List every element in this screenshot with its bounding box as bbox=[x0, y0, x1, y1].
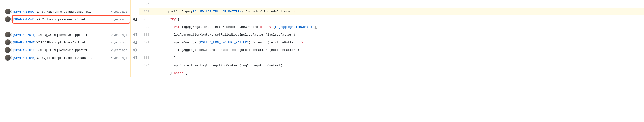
line-number[interactable]: 299 bbox=[140, 23, 153, 31]
svg-rect-9 bbox=[135, 49, 136, 51]
commit-title: [BUILD][CORE] Remove support for … bbox=[36, 33, 91, 37]
code-line: 302 logAggregationContext.setRolledLogsE… bbox=[140, 46, 644, 54]
commit-message[interactable]: [SPARK-19545][YARN] Fix compile issue fo… bbox=[13, 56, 108, 60]
code-token: appContext.setLogAggregationContext(logA… bbox=[155, 64, 282, 67]
code-token: ROLLED_LOG_INCLUDE_PATTERN bbox=[192, 10, 241, 14]
issue-link[interactable]: [SPARK-15990] bbox=[13, 10, 36, 14]
svg-rect-0 bbox=[135, 18, 136, 21]
line-number[interactable]: 296 bbox=[140, 0, 153, 8]
code-text: sparkConf.get(ROLLED_LOG_EXCLUDE_PATTERN… bbox=[153, 41, 303, 44]
versions-icon bbox=[133, 48, 137, 52]
commit-age: 4 years ago bbox=[110, 18, 130, 21]
commit-message[interactable]: [SPARK-19545][YARN] Fix compile issue fo… bbox=[13, 18, 108, 21]
blame-blank bbox=[0, 0, 130, 8]
line-number[interactable]: 298 bbox=[140, 15, 153, 23]
svg-rect-6 bbox=[135, 41, 136, 44]
commit-title: [YARN] Fix compile issue for Spark o… bbox=[36, 56, 92, 60]
issue-link[interactable]: [SPARK-19545] bbox=[13, 18, 36, 21]
code-line: 300 logAggregationContext.setRolledLogsI… bbox=[140, 31, 644, 38]
avatar[interactable] bbox=[5, 32, 10, 38]
line-number[interactable]: 303 bbox=[140, 54, 153, 61]
code-token bbox=[155, 25, 174, 29]
code-text: sparkConf.get(ROLLED_LOG_INCLUDE_PATTERN… bbox=[153, 10, 296, 14]
commit-age: 4 years ago bbox=[110, 41, 130, 44]
line-number[interactable]: 300 bbox=[140, 31, 153, 38]
svg-rect-3 bbox=[135, 33, 136, 36]
code-token: { bbox=[183, 71, 187, 75]
commit-message[interactable]: [SPARK-15990][YARN] Add rolling log aggr… bbox=[13, 10, 108, 14]
line-number[interactable]: 304 bbox=[140, 61, 153, 69]
issue-link[interactable]: [SPARK-19545] bbox=[13, 56, 36, 60]
blame-blank bbox=[0, 69, 130, 77]
line-number[interactable]: 301 bbox=[140, 38, 153, 46]
code-panel: 296297 sparkConf.get(ROLLED_LOG_INCLUDE_… bbox=[140, 0, 644, 77]
code-line: 305 } catch { bbox=[140, 69, 644, 77]
blame-row: [SPARK-25016][BUILD][CORE] Remove suppor… bbox=[0, 46, 130, 54]
commit-message[interactable]: [SPARK-25016][BUILD][CORE] Remove suppor… bbox=[13, 33, 108, 37]
avatar[interactable] bbox=[5, 55, 10, 61]
reblame-button bbox=[131, 8, 139, 15]
code-line: 304 appContext.setLogAggregationContext(… bbox=[140, 61, 644, 69]
versions-icon bbox=[133, 56, 137, 60]
code-token: sparkConf.get( bbox=[155, 41, 200, 44]
code-token: ).foreach { excludePattern bbox=[249, 41, 299, 44]
commit-message[interactable]: [SPARK-25016][BUILD][CORE] Remove suppor… bbox=[13, 48, 108, 52]
code-token: => bbox=[292, 10, 296, 14]
code-token: ).foreach { includePattern bbox=[241, 10, 292, 14]
avatar[interactable] bbox=[5, 39, 10, 45]
code-token: ROLLED_LOG_EXCLUDE_PATTERN bbox=[200, 41, 249, 44]
code-text: appContext.setLogAggregationContext(logA… bbox=[153, 64, 282, 67]
blame-row: [SPARK-19545][YARN] Fix compile issue fo… bbox=[0, 15, 130, 23]
code-line: 301 sparkConf.get(ROLLED_LOG_EXCLUDE_PAT… bbox=[140, 38, 644, 46]
issue-link[interactable]: [SPARK-25016] bbox=[13, 48, 36, 52]
reblame-button[interactable] bbox=[131, 46, 139, 54]
code-token: catch bbox=[174, 71, 183, 75]
code-text: } bbox=[153, 56, 176, 60]
commit-message[interactable]: [SPARK-19545][YARN] Fix compile issue fo… bbox=[13, 41, 108, 44]
code-text: logAggregationContext.setRolledLogsInclu… bbox=[153, 33, 296, 37]
reblame-button[interactable] bbox=[131, 54, 139, 61]
code-token: } bbox=[155, 56, 176, 60]
versions-icon bbox=[133, 17, 137, 21]
reblame-blank bbox=[131, 61, 139, 69]
blame-blank bbox=[0, 23, 130, 31]
code-line: 297 sparkConf.get(ROLLED_LOG_INCLUDE_PAT… bbox=[140, 8, 644, 15]
avatar[interactable] bbox=[5, 9, 10, 15]
blame-row: [SPARK-15990][YARN] Add rolling log aggr… bbox=[0, 8, 130, 15]
blame-blank bbox=[0, 61, 130, 69]
line-number[interactable]: 302 bbox=[140, 46, 153, 54]
commit-age: 4 years ago bbox=[110, 56, 130, 60]
reblame-button[interactable] bbox=[131, 38, 139, 46]
code-text: logAggregationContext.setRolledLogsExclu… bbox=[153, 48, 299, 52]
reblame-blank bbox=[131, 0, 139, 8]
code-token: sparkConf.get( bbox=[155, 10, 192, 14]
commit-title: [YARN] Fix compile issue for Spark o… bbox=[36, 18, 92, 21]
line-number[interactable]: 305 bbox=[140, 69, 153, 77]
reblame-button[interactable] bbox=[131, 31, 139, 38]
versions-icon bbox=[133, 33, 137, 37]
code-token: try bbox=[170, 18, 176, 21]
reblame-button[interactable] bbox=[131, 15, 139, 23]
svg-rect-12 bbox=[135, 56, 136, 59]
code-line: 296 bbox=[140, 0, 644, 8]
code-text: val logAggregationContext = Records.newR… bbox=[153, 25, 318, 29]
code-token: } bbox=[155, 71, 174, 75]
code-token: val bbox=[174, 25, 180, 29]
blame-row: [SPARK-19545][YARN] Fix compile issue fo… bbox=[0, 38, 130, 46]
code-token: classOf bbox=[260, 25, 273, 29]
code-token bbox=[155, 18, 170, 21]
versions-icon bbox=[133, 40, 137, 44]
commit-title: [YARN] Add rolling log aggregation s… bbox=[36, 10, 91, 14]
issue-link[interactable]: [SPARK-25016] bbox=[13, 33, 36, 37]
code-text: try { bbox=[153, 18, 180, 21]
code-line: 303 } bbox=[140, 54, 644, 61]
avatar[interactable] bbox=[5, 47, 10, 53]
commit-age: 2 years ago bbox=[110, 48, 130, 52]
code-text: } catch { bbox=[153, 71, 187, 75]
blame-panel: [SPARK-15990][YARN] Add rolling log aggr… bbox=[0, 0, 130, 77]
avatar[interactable] bbox=[5, 16, 10, 22]
commit-title: [YARN] Fix compile issue for Spark o… bbox=[36, 41, 92, 44]
issue-link[interactable]: [SPARK-19545] bbox=[13, 41, 36, 44]
line-number[interactable]: 297 bbox=[140, 8, 153, 15]
reblame-blank bbox=[131, 23, 139, 31]
